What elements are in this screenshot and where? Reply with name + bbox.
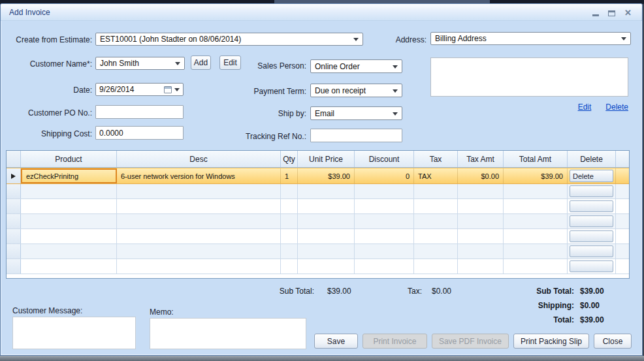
grid-cell[interactable] bbox=[414, 259, 458, 274]
save-button[interactable]: Save bbox=[314, 334, 358, 349]
grid-cell[interactable] bbox=[458, 214, 504, 228]
sales-person-dropdown[interactable]: Online Order bbox=[310, 59, 402, 73]
grid-cell[interactable] bbox=[281, 244, 298, 259]
payment-term-dropdown[interactable]: Due on receipt bbox=[310, 84, 402, 97]
grid-cell[interactable] bbox=[298, 199, 355, 213]
grid-cell[interactable] bbox=[458, 259, 504, 274]
col-header-tax[interactable]: Tax bbox=[414, 151, 458, 167]
grid-cell[interactable] bbox=[21, 184, 117, 198]
row-delete-button[interactable] bbox=[570, 230, 613, 242]
grid-cell[interactable] bbox=[117, 214, 281, 228]
row-delete-button[interactable] bbox=[570, 260, 613, 272]
col-header-discount[interactable]: Discount bbox=[355, 151, 414, 167]
close-icon[interactable]: ✕ bbox=[624, 10, 632, 16]
grid-cell[interactable] bbox=[21, 259, 117, 274]
tax-cell[interactable]: TAX bbox=[414, 168, 458, 183]
row-delete-button[interactable] bbox=[570, 245, 613, 257]
grid-cell[interactable] bbox=[504, 184, 568, 198]
customer-po-input[interactable] bbox=[95, 105, 184, 119]
shipping-cost-input[interactable] bbox=[95, 126, 184, 140]
grid-cell[interactable] bbox=[7, 244, 21, 259]
col-header-desc[interactable]: Desc bbox=[117, 151, 281, 167]
grid-cell[interactable] bbox=[355, 199, 414, 213]
row-delete-button[interactable] bbox=[570, 200, 613, 212]
grid-cell[interactable] bbox=[355, 244, 414, 259]
product-cell[interactable]: ezCheckPrinitng bbox=[21, 168, 117, 183]
grid-cell[interactable] bbox=[117, 244, 281, 259]
grid-cell[interactable] bbox=[281, 184, 298, 198]
minimize-icon[interactable] bbox=[592, 14, 599, 16]
tracking-ref-input[interactable] bbox=[310, 129, 402, 142]
grid-cell[interactable] bbox=[355, 259, 414, 274]
grid-cell[interactable] bbox=[281, 214, 298, 228]
grid-cell[interactable] bbox=[298, 259, 355, 274]
grid-cell[interactable] bbox=[504, 244, 568, 259]
col-header-tax-amt[interactable]: Tax Amt bbox=[458, 151, 504, 167]
row-delete-button[interactable] bbox=[570, 185, 613, 197]
grid-cell[interactable] bbox=[355, 184, 414, 198]
grid-cell[interactable] bbox=[298, 229, 355, 243]
grid-cell[interactable] bbox=[458, 184, 504, 198]
grid-cell[interactable] bbox=[504, 229, 568, 243]
col-header-delete[interactable]: Delete bbox=[568, 151, 616, 167]
print-packing-slip-button[interactable]: Print Packing Slip bbox=[513, 334, 589, 349]
address-edit-link[interactable]: Edit bbox=[578, 102, 592, 112]
close-button[interactable]: Close bbox=[594, 334, 632, 349]
grid-cell[interactable] bbox=[504, 199, 568, 213]
grid-cell[interactable] bbox=[414, 184, 458, 198]
col-header-total-amt[interactable]: Total Amt bbox=[504, 151, 568, 167]
grid-cell[interactable] bbox=[504, 214, 568, 228]
discount-cell[interactable]: 0 bbox=[355, 168, 414, 183]
grid-cell[interactable] bbox=[298, 214, 355, 228]
grid-cell[interactable] bbox=[414, 229, 458, 243]
grid-cell[interactable] bbox=[7, 229, 21, 243]
address-dropdown[interactable]: Billing Address bbox=[430, 32, 631, 45]
grid-cell[interactable] bbox=[414, 214, 458, 228]
qty-cell[interactable]: 1 bbox=[281, 168, 298, 183]
grid-cell[interactable] bbox=[355, 229, 414, 243]
col-header-unit-price[interactable]: Unit Price bbox=[298, 151, 355, 167]
col-header-product[interactable]: Product bbox=[21, 151, 117, 167]
address-delete-link[interactable]: Delete bbox=[605, 102, 628, 112]
grid-cell[interactable] bbox=[7, 259, 21, 274]
col-header-qty[interactable]: Qty bbox=[281, 151, 298, 167]
grid-cell[interactable] bbox=[7, 184, 21, 198]
grid-cell[interactable] bbox=[7, 214, 21, 228]
grid-cell[interactable] bbox=[355, 214, 414, 228]
unit-price-cell[interactable]: $39.00 bbox=[298, 168, 355, 183]
grid-cell[interactable] bbox=[414, 244, 458, 259]
grid-cell[interactable] bbox=[458, 244, 504, 259]
grid-cell[interactable] bbox=[281, 259, 298, 274]
grid-cell[interactable] bbox=[281, 229, 298, 243]
row-delete-button[interactable] bbox=[570, 215, 613, 227]
customer-name-dropdown[interactable]: John Smith bbox=[95, 57, 185, 70]
grid-cell[interactable] bbox=[117, 184, 281, 198]
grid-cell[interactable] bbox=[117, 259, 281, 274]
grid-cell[interactable] bbox=[504, 259, 568, 274]
row-delete-button[interactable]: Delete bbox=[570, 170, 613, 182]
tax-amt-cell[interactable]: $0.00 bbox=[458, 168, 504, 183]
grid-cell[interactable] bbox=[21, 199, 117, 213]
ship-by-dropdown[interactable]: Email bbox=[310, 106, 402, 120]
memo-input[interactable] bbox=[150, 318, 306, 349]
grid-cell[interactable] bbox=[117, 229, 281, 243]
add-customer-button[interactable]: Add bbox=[191, 55, 211, 70]
print-invoice-button[interactable]: Print Invoice bbox=[362, 334, 427, 349]
grid-cell[interactable] bbox=[298, 244, 355, 259]
grid-cell[interactable] bbox=[458, 229, 504, 243]
grid-cell[interactable] bbox=[298, 184, 355, 198]
desc-cell[interactable]: 6-user network version for Windows bbox=[117, 168, 281, 183]
titlebar[interactable]: Add Invoice ✕ bbox=[1, 4, 642, 21]
customer-message-input[interactable] bbox=[12, 317, 136, 349]
grid-cell[interactable] bbox=[281, 199, 298, 213]
total-amt-cell[interactable]: $39.00 bbox=[504, 168, 568, 183]
date-picker[interactable]: 9/26/2014 bbox=[95, 83, 184, 96]
grid-cell[interactable] bbox=[21, 229, 117, 243]
invoice-line-row[interactable]: ezCheckPrinitng 6-user network version f… bbox=[7, 168, 629, 184]
save-pdf-invoice-button[interactable]: Save PDF Invoice bbox=[432, 334, 509, 349]
maximize-icon[interactable] bbox=[608, 10, 615, 16]
grid-cell[interactable] bbox=[7, 199, 21, 213]
grid-cell[interactable] bbox=[458, 199, 504, 213]
grid-cell[interactable] bbox=[21, 244, 117, 259]
grid-cell[interactable] bbox=[414, 199, 458, 213]
